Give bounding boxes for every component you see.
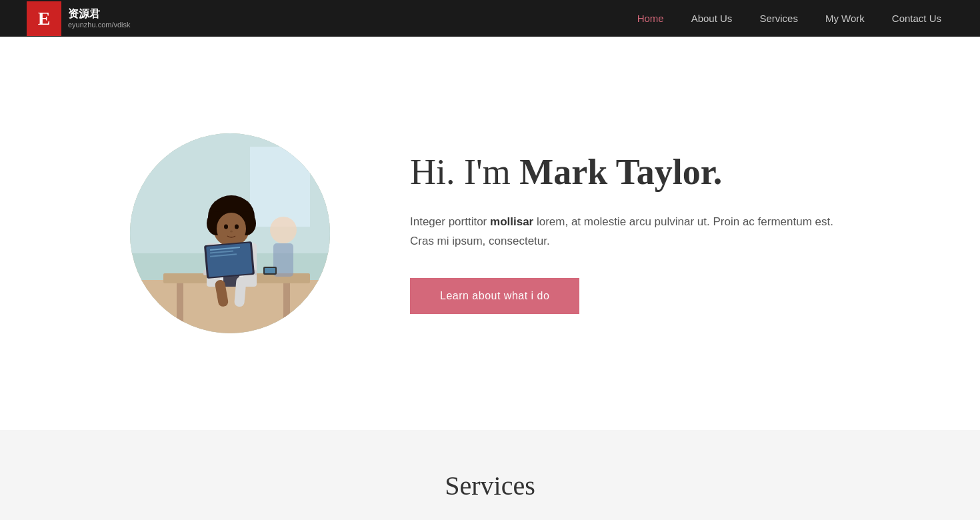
svg-point-19 — [224, 225, 228, 229]
hero-section: Hi. I'm Mark Taylor. Integer porttitor m… — [0, 37, 980, 430]
hero-content: Hi. I'm Mark Taylor. Integer porttitor m… — [410, 153, 850, 313]
hero-desc-intro: Integer porttitor — [410, 215, 490, 228]
svg-rect-3 — [130, 280, 330, 333]
services-title: Services — [445, 470, 535, 501]
svg-rect-2 — [250, 147, 310, 227]
svg-rect-32 — [265, 268, 275, 273]
hero-greeting: Hi. I'm — [410, 152, 519, 192]
svg-point-7 — [270, 217, 297, 243]
logo[interactable]: E 资源君 eyunzhu.com/vdisk — [27, 1, 131, 36]
svg-rect-6 — [283, 283, 290, 323]
nav-item-about[interactable]: About Us — [679, 7, 745, 29]
hero-title: Hi. I'm Mark Taylor. — [410, 153, 850, 192]
hero-desc-bold: mollisar — [490, 215, 533, 228]
svg-point-21 — [230, 231, 233, 233]
hero-name: Mark Taylor. — [519, 152, 722, 192]
hero-avatar — [130, 133, 330, 333]
svg-point-18 — [217, 213, 246, 245]
nav-item-services[interactable]: Services — [747, 7, 810, 29]
hero-illustration — [130, 133, 330, 333]
hero-image-wrapper — [130, 133, 330, 333]
services-section: Services — [0, 430, 980, 520]
navbar: E 资源君 eyunzhu.com/vdisk Home About Us Se… — [0, 0, 980, 37]
nav-item-contact[interactable]: Contact Us — [880, 7, 953, 29]
logo-icon: E — [27, 1, 61, 36]
nav-item-home[interactable]: Home — [625, 7, 676, 29]
cta-button[interactable]: Learn about what i do — [410, 278, 579, 314]
svg-rect-5 — [177, 283, 183, 323]
brand-name: 资源君 — [68, 7, 131, 20]
svg-point-20 — [235, 225, 239, 229]
nav-item-mywork[interactable]: My Work — [813, 7, 877, 29]
hero-description: Integer porttitor mollisar lorem, at mol… — [410, 213, 850, 251]
logo-text: 资源君 eyunzhu.com/vdisk — [68, 7, 131, 29]
nav-links: Home About Us Services My Work Contact U… — [625, 7, 953, 29]
brand-sub: eyunzhu.com/vdisk — [68, 21, 131, 29]
